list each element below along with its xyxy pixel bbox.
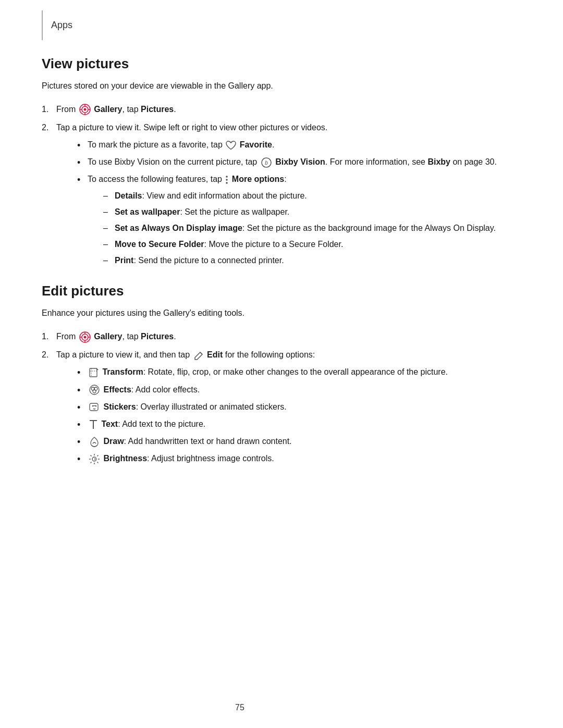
view-pictures-title: View pictures xyxy=(42,56,521,72)
svg-point-18 xyxy=(83,336,86,338)
svg-point-6 xyxy=(83,108,86,111)
subitem-print: Print: Send the picture to a connected p… xyxy=(103,253,521,267)
svg-point-9 xyxy=(226,176,228,178)
subitem-wallpaper: Set as wallpaper: Set the picture as wal… xyxy=(103,205,521,219)
pictures-label-1: Pictures xyxy=(141,105,174,114)
edit-label: Edit xyxy=(207,350,223,359)
edit-step-number-2: 2. xyxy=(42,348,48,362)
details-label: Details xyxy=(115,191,142,200)
bullet-transform: Transform: Rotate, flip, crop, or make o… xyxy=(77,365,521,379)
svg-line-40 xyxy=(91,462,92,463)
bixby-ref: Bixby xyxy=(427,157,450,166)
text-t-icon xyxy=(89,419,98,430)
view-step-1: 1. From Gallery, tap Pictures. xyxy=(42,102,521,116)
gallery-icon-2 xyxy=(79,331,91,343)
edit-step-1-text: From Gallery, tap Pictures. xyxy=(56,332,176,341)
svg-point-10 xyxy=(226,179,228,181)
brightness-icon xyxy=(89,453,100,465)
breadcrumb-text: Apps xyxy=(51,20,72,30)
view-step-2-bullets: To mark the picture as a favorite, tap F… xyxy=(56,138,521,268)
bullet-favorite: To mark the picture as a favorite, tap F… xyxy=(77,138,521,152)
svg-line-39 xyxy=(97,455,98,456)
svg-point-29 xyxy=(95,405,96,406)
bullet-more-options: To access the following features, tap Mo… xyxy=(77,172,521,267)
print-label: Print xyxy=(115,256,133,265)
view-pictures-section: View pictures Pictures stored on your de… xyxy=(42,56,521,267)
bullet-stickers: Stickers: Overlay illustrated or animate… xyxy=(77,400,521,414)
gallery-icon xyxy=(79,104,91,115)
transform-label: Transform xyxy=(102,367,143,376)
svg-line-38 xyxy=(97,462,98,463)
view-pictures-steps: 1. From Gallery, tap Pictures. xyxy=(42,102,521,268)
bullet-bixby: To use Bixby Vision on the current pictu… xyxy=(77,155,521,169)
always-on-label: Set as Always On Display image xyxy=(115,224,242,232)
bixby-label: Bixby Vision xyxy=(275,157,325,166)
bullet-draw: Draw: Add handwritten text or hand drawn… xyxy=(77,434,521,448)
transform-icon xyxy=(89,367,99,378)
pictures-label-2: Pictures xyxy=(141,332,174,341)
svg-rect-20 xyxy=(90,368,97,377)
draw-icon xyxy=(89,436,100,448)
svg-rect-27 xyxy=(90,403,98,411)
step-2-text: Tap a picture to view it. Swipe left or … xyxy=(56,123,327,132)
more-options-icon xyxy=(225,175,228,184)
secure-folder-label: Move to Secure Folder xyxy=(115,240,204,249)
edit-pictures-intro: Enhance your pictures using the Gallery'… xyxy=(42,306,521,320)
gallery-label-1: Gallery xyxy=(94,105,122,114)
subitem-always-on: Set as Always On Display image: Set the … xyxy=(103,221,521,235)
subitem-secure-folder: Move to Secure Folder: Move the picture … xyxy=(103,237,521,251)
svg-line-37 xyxy=(91,455,92,456)
view-step-2: 2. Tap a picture to view it. Swipe left … xyxy=(42,120,521,268)
edit-step-2: 2. Tap a picture to view it, and then ta… xyxy=(42,348,521,465)
step-1-text: From Gallery, tap Pictures. xyxy=(56,105,176,114)
brightness-label: Brightness xyxy=(103,454,147,463)
svg-line-19 xyxy=(200,352,202,354)
svg-text:b: b xyxy=(265,160,268,166)
page-number: 75 xyxy=(0,703,480,712)
stickers-label: Stickers xyxy=(103,402,136,411)
page-number-text: 75 xyxy=(235,703,244,712)
svg-point-26 xyxy=(93,390,96,393)
svg-point-11 xyxy=(226,182,228,184)
bullet-bixby-text: To use Bixby Vision on the current pictu… xyxy=(88,157,497,166)
draw-label: Draw xyxy=(103,437,124,446)
step-number-1: 1. xyxy=(42,102,48,116)
subitem-details: Details: View and edit information about… xyxy=(103,189,521,203)
edit-pictures-section: Edit pictures Enhance your pictures usin… xyxy=(42,283,521,465)
more-options-label: More options xyxy=(232,175,284,183)
bullet-favorite-text: To mark the picture as a favorite, tap F… xyxy=(88,140,274,149)
edit-step-2-text: Tap a picture to view it, and then tap E… xyxy=(56,350,315,359)
bullet-more-options-text: To access the following features, tap Mo… xyxy=(88,175,287,183)
favorite-label: Favorite xyxy=(240,140,272,149)
bixby-icon: b xyxy=(261,157,272,168)
edit-step-number-1: 1. xyxy=(42,329,48,343)
wallpaper-label: Set as wallpaper xyxy=(115,207,180,216)
view-pictures-intro: Pictures stored on your device are viewa… xyxy=(42,79,521,93)
edit-step-2-bullets: Transform: Rotate, flip, crop, or make o… xyxy=(56,365,521,465)
edit-pictures-title: Edit pictures xyxy=(42,283,521,299)
bullet-effects: Effects: Add color effects. xyxy=(77,382,521,397)
more-options-subitems: Details: View and edit information about… xyxy=(88,189,521,268)
effects-label: Effects xyxy=(103,385,131,394)
breadcrumb: Apps xyxy=(42,10,521,40)
heart-icon xyxy=(226,141,236,150)
text-label: Text xyxy=(101,419,118,428)
edit-pictures-steps: 1. From Gallery, tap Pictures. xyxy=(42,329,521,466)
edit-pencil-icon xyxy=(193,350,204,361)
bullet-text: Text: Add text to the picture. xyxy=(77,417,521,431)
svg-point-28 xyxy=(92,405,93,406)
effects-icon xyxy=(89,384,100,396)
stickers-icon xyxy=(89,402,100,413)
edit-step-1: 1. From Gallery, tap Pictures. xyxy=(42,329,521,343)
gallery-label-2: Gallery xyxy=(94,332,122,341)
bullet-brightness: Brightness: Adjust brightness image cont… xyxy=(77,451,521,465)
step-number-2: 2. xyxy=(42,120,48,134)
